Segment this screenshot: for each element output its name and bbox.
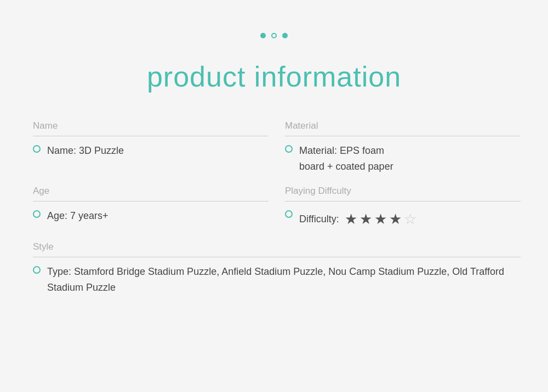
age-content: Age: 7 years+ [33,208,269,241]
style-content: Type: Stamford Bridge Stadium Puzzle, An… [33,264,521,307]
info-table: Name Material Name: 3D Puzzle Material: … [22,120,526,307]
star-2: ★ [359,208,372,231]
name-label-col: Name [22,120,274,143]
style-bullet [33,266,41,274]
material-line2: board + coated paper [299,161,393,172]
carousel-dots[interactable] [260,33,288,38]
star-1: ★ [345,208,357,231]
material-label-col: Material [274,120,526,143]
material-value-col: Material: EPS foam board + coated paper [274,143,526,186]
stars-container: Difficulty: ★ ★ ★ ★ ☆ [299,208,416,231]
row2-values: Age: 7 years+ Difficulty: ★ ★ ★ ★ ☆ [22,208,526,242]
star-3: ★ [374,208,387,231]
material-line1: Material: EPS foam [299,145,384,156]
material-bullet [285,145,293,153]
page-title: product information [147,60,401,93]
carousel-dot-2[interactable] [271,33,277,38]
style-label: Style [33,241,521,257]
difficulty-value: Difficulty: ★ ★ ★ ★ ☆ [299,208,416,231]
difficulty-bullet [285,210,293,218]
name-bullet [33,145,41,153]
row1-values: Name: 3D Puzzle Material: EPS foam board… [22,143,526,186]
carousel-dot-1[interactable] [260,33,266,38]
material-label: Material [285,120,521,136]
name-label: Name [33,120,269,136]
row1-labels: Name Material [22,120,526,143]
playing-difficulty-label: Playing Diffculty [285,186,521,201]
style-value: Type: Stamford Bridge Stadium Puzzle, An… [47,264,521,296]
difficulty-content: Difficulty: ★ ★ ★ ★ ☆ [285,208,521,242]
name-content: Name: 3D Puzzle [33,143,269,176]
star-4: ★ [389,208,402,231]
row2-labels: Age Playing Diffculty [22,186,526,208]
age-value-col: Age: 7 years+ [22,208,274,242]
page-container: product information Name Material Name: … [0,0,548,392]
star-5-empty: ☆ [404,208,416,231]
age-label: Age [33,186,269,201]
age-value: Age: 7 years+ [47,208,109,224]
age-label-col: Age [22,186,274,208]
style-value-col: Type: Stamford Bridge Stadium Puzzle, An… [22,264,526,307]
carousel-dot-3[interactable] [282,33,288,38]
difficulty-value-col: Difficulty: ★ ★ ★ ★ ☆ [274,208,526,242]
name-value: Name: 3D Puzzle [47,143,124,159]
row3-values: Type: Stamford Bridge Stadium Puzzle, An… [22,264,526,307]
name-value-col: Name: 3D Puzzle [22,143,274,186]
age-bullet [33,210,41,218]
row3-labels: Style [22,241,526,264]
difficulty-text-label: Difficulty: [299,211,339,227]
material-value: Material: EPS foam board + coated paper [299,143,393,175]
difficulty-label-col: Playing Diffculty [274,186,526,208]
material-content: Material: EPS foam board + coated paper [285,143,521,186]
style-label-col: Style [22,241,526,264]
